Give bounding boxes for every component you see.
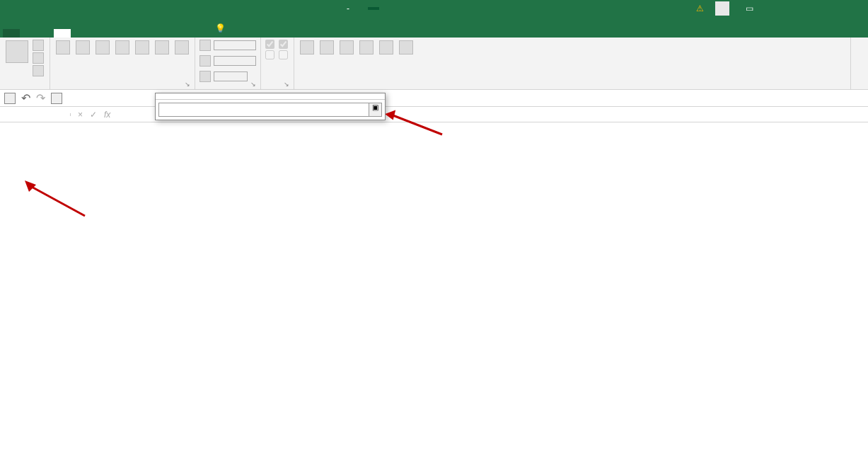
spreadsheet[interactable] (0, 138, 868, 453)
gridlines-view-check[interactable] (265, 40, 274, 49)
print-area-button[interactable] (114, 39, 131, 57)
name-box[interactable] (0, 113, 71, 116)
context-tab-label (368, 7, 379, 10)
background-button[interactable] (154, 39, 170, 57)
tab-table-design[interactable] (190, 29, 207, 38)
rotate-button[interactable] (398, 39, 415, 57)
lightbulb-icon: 💡 (215, 23, 226, 33)
print-titles-button[interactable] (173, 39, 190, 57)
scale-launcher-icon[interactable]: ↘ (250, 81, 256, 88)
tab-view[interactable] (122, 29, 139, 38)
collapse-ribbon-button[interactable] (851, 38, 868, 89)
send-backward-button[interactable] (318, 39, 335, 57)
quick-access-toolbar: ↶ ↷ (0, 90, 868, 107)
themes-button[interactable] (4, 39, 30, 66)
maximize-button[interactable] (803, 0, 831, 17)
height-icon (199, 55, 211, 67)
theme-fonts[interactable] (33, 52, 45, 64)
formula-bar: × ✓ fx (0, 107, 868, 122)
tab-help[interactable] (156, 29, 173, 38)
tab-page-layout[interactable] (54, 29, 71, 38)
tab-insert[interactable] (37, 29, 54, 38)
close-button[interactable] (837, 0, 865, 17)
tab-data[interactable] (88, 29, 105, 38)
group-sheet-options: ↘ (261, 38, 294, 89)
sheet-opts-launcher-icon[interactable]: ↘ (284, 81, 289, 88)
tab-file[interactable] (3, 29, 20, 38)
save-icon[interactable] (4, 93, 16, 104)
margins-button[interactable] (54, 39, 71, 57)
gridlines-print-check[interactable] (265, 50, 274, 59)
scale-icon (199, 71, 211, 82)
ribbon-display-options[interactable]: ▭ (735, 0, 763, 17)
theme-colors[interactable] (33, 39, 45, 52)
titlebar: - ⚠ ▭ (0, 0, 868, 17)
page-setup-launcher-icon[interactable]: ↘ (185, 81, 190, 88)
selection-pane-button[interactable] (338, 39, 355, 57)
size-button[interactable] (94, 39, 111, 57)
align-button[interactable] (358, 39, 375, 57)
qat-custom-icon[interactable] (51, 93, 62, 104)
width-input[interactable] (214, 40, 256, 50)
ribbon-tabs: 💡 (0, 17, 868, 38)
tab-review[interactable] (105, 29, 122, 38)
tab-developer[interactable] (139, 29, 156, 38)
cancel-formula-icon[interactable]: × (78, 110, 83, 120)
scale-input[interactable] (214, 71, 248, 81)
warning-icon: ⚠ (696, 4, 704, 13)
window-title: - (0, 4, 696, 13)
undo-icon[interactable]: ↶ (21, 91, 30, 105)
breaks-button[interactable] (134, 39, 151, 57)
minimize-button[interactable] (769, 0, 797, 17)
ribbon: ↘ ↘ ↘ (0, 38, 868, 90)
group-objects-button[interactable] (378, 39, 395, 57)
headings-print-check[interactable] (279, 50, 288, 59)
group-scale-to-fit: ↘ (195, 38, 261, 89)
expand-dialog-button[interactable]: ▣ (369, 103, 382, 117)
group-label-arrange (299, 86, 846, 89)
width-icon (199, 40, 211, 51)
orientation-button[interactable] (74, 39, 91, 57)
tab-formulas[interactable] (71, 29, 88, 38)
page-setup-dialog: ▣ (155, 93, 386, 120)
tab-home[interactable] (20, 29, 37, 38)
theme-effects[interactable] (33, 64, 45, 77)
bring-forward-button[interactable] (299, 39, 316, 57)
redo-icon[interactable]: ↷ (36, 91, 45, 105)
group-label-page-setup: ↘ (54, 86, 190, 89)
group-label-scale: ↘ (199, 86, 256, 89)
group-label-themes (4, 86, 45, 89)
group-arrange (294, 38, 851, 89)
group-themes (0, 38, 50, 89)
enter-formula-icon[interactable]: ✓ (90, 110, 97, 120)
print-titles-input[interactable] (158, 103, 369, 117)
height-input[interactable] (214, 56, 256, 66)
avatar[interactable] (715, 1, 729, 16)
fx-icon[interactable]: fx (104, 110, 110, 120)
headings-view-check[interactable] (279, 40, 288, 49)
group-label-sheet-options: ↘ (265, 86, 289, 89)
tab-pdf-tools[interactable] (173, 29, 190, 38)
group-page-setup: ↘ (50, 38, 195, 89)
tell-me-search[interactable]: 💡 (207, 19, 237, 38)
